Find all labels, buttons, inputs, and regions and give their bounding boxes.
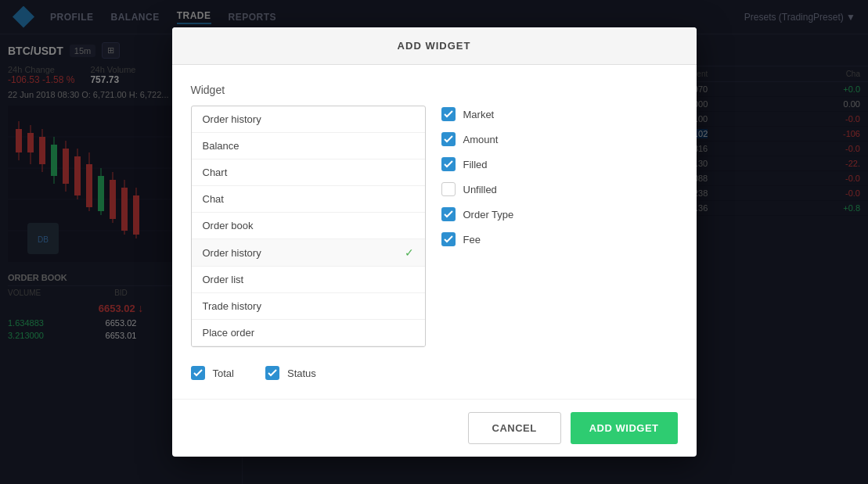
modal-title: ADD WIDGET xyxy=(172,27,697,65)
checkbox-label: Order Type xyxy=(463,209,514,220)
checkbox-input[interactable] xyxy=(441,107,456,121)
dropdown-item[interactable]: Balance xyxy=(192,133,425,160)
checkbox-row: Market xyxy=(441,107,678,121)
dropdown-item-label: Order history xyxy=(203,113,261,125)
checkmark-icon: ✓ xyxy=(405,246,414,259)
checkbox-label: Fee xyxy=(463,234,481,246)
bottom-checkbox-row: Total xyxy=(191,366,234,380)
bottom-checkboxes-list: Total Status xyxy=(191,366,316,380)
dropdown-item[interactable]: Place order xyxy=(192,320,425,346)
checkbox-label: Unfilled xyxy=(463,184,497,195)
checkbox-input[interactable] xyxy=(441,207,456,221)
dropdown-item[interactable]: Order history xyxy=(192,106,425,133)
modal-overlay: ADD WIDGET Widget Order history Balance … xyxy=(0,0,868,484)
checkbox-input[interactable] xyxy=(441,182,456,196)
checkbox-input[interactable] xyxy=(441,157,456,171)
right-checkboxes-list: Market Amount Filled Unfilled Order Type… xyxy=(441,107,678,246)
checkbox-row: Filled xyxy=(441,157,678,171)
bottom-checkbox-input[interactable] xyxy=(191,366,205,380)
dropdown-item-label: Order list xyxy=(203,274,244,285)
bottom-checkbox-input[interactable] xyxy=(265,366,279,380)
dropdown-item-label: Chat xyxy=(203,193,224,205)
add-widget-button[interactable]: ADD WIDGET xyxy=(571,412,678,444)
checkbox-row: Unfilled xyxy=(441,182,678,196)
checkbox-input[interactable] xyxy=(441,132,456,146)
dropdown-item[interactable]: Order list xyxy=(192,267,425,293)
checkbox-label: Market xyxy=(463,109,495,120)
checkbox-row: Fee xyxy=(441,232,678,246)
bottom-checkbox-row: Status xyxy=(265,366,316,380)
checkbox-row: Amount xyxy=(441,132,678,146)
modal-main-row: Order history Balance Chart Chat Order b… xyxy=(191,106,678,347)
dropdown-item-label: Order history xyxy=(203,247,261,259)
right-checkboxes: Market Amount Filled Unfilled Order Type… xyxy=(441,106,678,347)
cancel-button[interactable]: CANCEL xyxy=(468,412,561,444)
modal-footer: CANCEL ADD WIDGET xyxy=(172,399,697,457)
bottom-checkbox-label: Total xyxy=(213,367,234,379)
dropdown-item-label: Balance xyxy=(203,140,240,152)
checkbox-input[interactable] xyxy=(441,232,456,246)
checkbox-label: Amount xyxy=(463,134,499,145)
dropdown-item[interactable]: Chart xyxy=(192,160,425,186)
dropdown-item-label: Order book xyxy=(203,220,254,231)
bottom-checkboxes: Total Status xyxy=(191,366,678,380)
bottom-checkbox-label: Status xyxy=(287,367,316,379)
modal-body: Widget Order history Balance Chart Chat … xyxy=(172,65,697,399)
widget-label: Widget xyxy=(191,84,678,96)
dropdown-item[interactable]: Order history ✓ xyxy=(192,239,425,267)
dropdown-item[interactable]: Trade history xyxy=(192,293,425,320)
dropdown-item-label: Trade history xyxy=(203,300,261,312)
checkbox-row: Order Type xyxy=(441,207,678,221)
dropdown-item[interactable]: Order book xyxy=(192,213,425,239)
add-widget-modal: ADD WIDGET Widget Order history Balance … xyxy=(172,27,697,457)
dropdown-item[interactable]: Chat xyxy=(192,186,425,213)
widget-dropdown[interactable]: Order history Balance Chart Chat Order b… xyxy=(191,106,426,347)
dropdown-items-list: Order history Balance Chart Chat Order b… xyxy=(192,106,425,346)
checkbox-label: Filled xyxy=(463,159,488,170)
dropdown-item-label: Place order xyxy=(203,327,254,339)
dropdown-item-label: Chart xyxy=(203,167,228,178)
